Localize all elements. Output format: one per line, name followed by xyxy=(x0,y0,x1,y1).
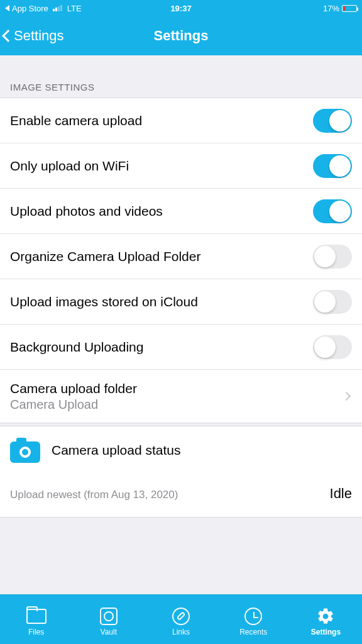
toggle-photos-videos[interactable] xyxy=(313,199,352,223)
label-folder-title: Camera upload folder xyxy=(10,381,343,396)
camera-icon xyxy=(10,438,40,463)
label-status-title: Camera upload status xyxy=(52,443,180,458)
status-bar: App Store LTE 19:37 17% xyxy=(0,0,362,16)
row-photos-videos: Upload photos and videos xyxy=(0,189,362,234)
label-only-wifi: Only upload on WiFi xyxy=(10,147,313,185)
tab-vault[interactable]: Vault xyxy=(72,595,145,644)
vault-icon xyxy=(98,607,119,626)
chevron-right-icon xyxy=(342,392,351,401)
tab-bar: Files Vault Links Recents Settings xyxy=(0,594,362,644)
label-icloud: Upload images stored on iCloud xyxy=(10,283,313,321)
toggle-enable-camera-upload[interactable] xyxy=(313,109,352,133)
battery-icon xyxy=(342,5,357,12)
tab-recents-label: Recents xyxy=(239,628,267,636)
row-only-wifi: Only upload on WiFi xyxy=(0,143,362,189)
tab-settings[interactable]: Settings xyxy=(290,595,362,644)
label-photos-videos: Upload photos and videos xyxy=(10,192,313,230)
tab-files[interactable]: Files xyxy=(0,595,72,644)
toggle-only-wifi[interactable] xyxy=(313,154,352,178)
back-label: Settings xyxy=(14,28,64,44)
back-button[interactable]: Settings xyxy=(0,28,64,44)
toggle-icloud[interactable] xyxy=(313,290,352,314)
label-background: Background Uploading xyxy=(10,328,313,366)
folder-icon xyxy=(26,607,47,626)
tab-settings-label: Settings xyxy=(311,628,341,636)
label-upload-newest: Upload newest (from Aug 13, 2020) xyxy=(10,489,178,501)
label-status-value: Idle xyxy=(330,486,352,502)
tab-links[interactable]: Links xyxy=(145,595,217,644)
label-enable-camera-upload: Enable camera upload xyxy=(10,102,313,140)
clock: 19:37 xyxy=(0,4,362,13)
label-folder-value: Camera Upload xyxy=(10,397,343,412)
clock-icon xyxy=(243,607,264,626)
label-organize-folder: Organize Camera Upload Folder xyxy=(10,238,313,275)
content-scroll[interactable]: IMAGE SETTINGS Enable camera upload Only… xyxy=(0,55,362,594)
row-enable-camera-upload: Enable camera upload xyxy=(0,98,362,143)
tab-links-label: Links xyxy=(172,628,190,636)
nav-bar: Settings Settings xyxy=(0,16,362,55)
tab-files-label: Files xyxy=(28,628,44,636)
tab-recents[interactable]: Recents xyxy=(217,595,290,644)
tab-vault-label: Vault xyxy=(101,628,117,636)
row-background: Background Uploading xyxy=(0,325,362,370)
chevron-left-icon xyxy=(2,30,14,42)
upload-status-block: Camera upload status Upload newest (from… xyxy=(0,426,362,518)
section-header-image-settings: IMAGE SETTINGS xyxy=(0,55,362,97)
row-icloud: Upload images stored on iCloud xyxy=(0,279,362,325)
settings-list: Enable camera upload Only upload on WiFi… xyxy=(0,97,362,423)
toggle-background[interactable] xyxy=(313,335,352,359)
link-icon xyxy=(170,607,192,626)
row-organize-folder: Organize Camera Upload Folder xyxy=(0,234,362,279)
toggle-organize-folder[interactable] xyxy=(313,245,352,269)
row-camera-upload-folder[interactable]: Camera upload folder Camera Upload xyxy=(0,370,362,423)
gear-icon xyxy=(315,607,336,626)
